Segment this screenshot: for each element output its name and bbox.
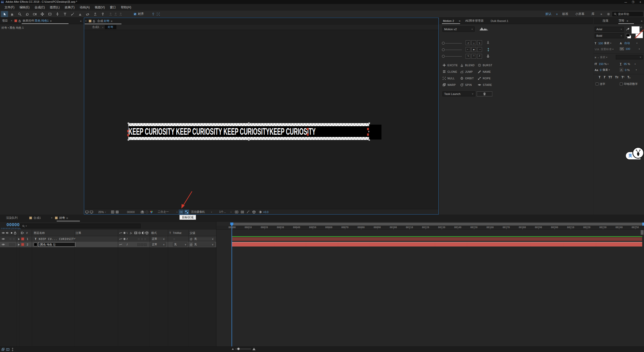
adjustment-column-icon[interactable]: [141, 230, 145, 236]
column-comment[interactable]: 注释: [76, 230, 81, 236]
motion-tab-0[interactable]: Motion 2: [439, 19, 458, 22]
lock-open-icon[interactable]: [18, 19, 21, 22]
column-number[interactable]: #: [26, 230, 28, 236]
column-trkmat[interactable]: TrkMat: [173, 230, 181, 236]
menu-item-0[interactable]: 文件(F): [2, 4, 17, 11]
panel-menu-icon[interactable]: ≡: [49, 19, 53, 22]
motion-blur-column-icon[interactable]: [138, 230, 141, 236]
quality-switch-icon[interactable]: /: [127, 242, 127, 247]
selection-handle[interactable]: [127, 122, 129, 124]
char-panel-more-icon[interactable]: »: [641, 19, 644, 22]
parent-pickwhip-icon[interactable]: @: [190, 242, 192, 247]
comp-panel-menu-icon[interactable]: ≡: [110, 20, 114, 23]
zoom-in-icon[interactable]: [252, 348, 255, 350]
column-divider[interactable]: [188, 230, 189, 346]
faux-style-button-3[interactable]: Tᴛ: [614, 76, 620, 79]
stepper-icon[interactable]: ▾: [639, 48, 640, 50]
vertical-scale-control[interactable]: IT 150 % ▾: [595, 62, 608, 65]
anchor-grid-cell-0[interactable]: ┌: [466, 40, 470, 45]
column-mode[interactable]: 模式: [151, 230, 157, 236]
anchor-grid-cell-4[interactable]: ▪: [471, 47, 476, 52]
parent-dropdown[interactable]: 无 ∨: [193, 237, 215, 241]
rotobrush-tool-icon[interactable]: [92, 11, 99, 17]
baseline-shift-value[interactable]: 0: [600, 68, 601, 72]
stepper-icon[interactable]: ▾: [607, 63, 608, 65]
help-search-box[interactable]: [612, 12, 643, 16]
tsume-value[interactable]: 0: [625, 68, 626, 72]
view-count-dropdown[interactable]: 1个... ∨: [219, 209, 232, 215]
hindi-digits-checkbox[interactable]: 印地语数字: [620, 82, 638, 86]
vertical-scale-value[interactable]: 150: [599, 62, 603, 65]
anchor-grid-cell-1[interactable]: ╷: [471, 40, 476, 45]
selection-tool-icon[interactable]: [1, 11, 8, 17]
column-parent[interactable]: 父级: [190, 230, 195, 236]
collapse-switch-icon[interactable]: [123, 236, 126, 242]
fx-column-icon[interactable]: fx: [130, 230, 132, 236]
comp-viewer[interactable]: KEEP CURIOSITY KEEP CURIOSITY KEEP CURIO…: [84, 30, 438, 209]
puppet-pin-tool-icon[interactable]: [99, 11, 106, 17]
rope-button[interactable]: ROPE: [478, 77, 491, 80]
take-snapshot-icon[interactable]: [141, 210, 144, 214]
task-launch-dropdown[interactable]: Task Launch ∨: [442, 91, 475, 96]
stepper-icon[interactable]: ▾: [636, 42, 637, 44]
rotation-tool-icon[interactable]: [24, 11, 31, 17]
timeline-menu-icon[interactable]: ≡: [65, 217, 69, 220]
work-area-bar[interactable]: [232, 223, 642, 226]
time-ruler[interactable]: 0000000010000200003000040000500006000070…: [216, 226, 644, 230]
stepper-icon[interactable]: ▾: [635, 63, 636, 65]
column-divider[interactable]: [150, 230, 150, 346]
eyedropper-icon[interactable]: [626, 27, 629, 31]
layer-label-swatch[interactable]: [21, 236, 24, 242]
menu-item-5[interactable]: 动画(A): [77, 4, 92, 11]
show-snapshot-icon[interactable]: [145, 210, 149, 214]
tab-close-icon[interactable]: ×: [50, 217, 53, 219]
menu-item-7[interactable]: 窗口: [107, 4, 118, 11]
anchor-grid-cell-5[interactable]: ╶: [477, 47, 482, 52]
expand-inout-icon[interactable]: [11, 348, 14, 351]
menu-item-6[interactable]: 视图(V): [92, 4, 107, 11]
audio-column-icon[interactable]: [6, 230, 9, 236]
shy-switch-icon[interactable]: [119, 236, 122, 242]
playhead-line[interactable]: [232, 223, 232, 346]
workspace-tab-2[interactable]: 小屏幕: [572, 12, 588, 16]
spin-button[interactable]: SPIN: [460, 83, 472, 87]
grid-guides-icon[interactable]: [111, 210, 114, 214]
quality-column-icon[interactable]: \: [127, 230, 127, 236]
blend-mode-dropdown[interactable]: 正常 ∨: [151, 237, 166, 241]
anchor-grid-cell-3[interactable]: ╴: [466, 47, 470, 52]
layer-name-edit-input[interactable]: [黑色 纯色 1]: [38, 242, 75, 247]
text-layer-selection[interactable]: KEEP CURIOSITY KEEP CURIOSITY KEEP CURIO…: [128, 123, 369, 140]
menu-item-3[interactable]: 图层(L): [47, 4, 62, 11]
zoom-out-icon[interactable]: [232, 348, 234, 350]
mini-fill-stroke-icon[interactable]: [626, 34, 631, 39]
menu-item-8[interactable]: 帮助(H): [118, 4, 134, 11]
timeline-zoom-slider[interactable]: [232, 348, 255, 350]
stroke-width-control[interactable]: ≡ - 像素 ▾: [595, 55, 607, 59]
layer2-duration-bar[interactable]: [232, 242, 642, 247]
anchor-point-icon[interactable]: ⊕: [128, 129, 131, 133]
breadcrumb-comp1[interactable]: 合成1: [92, 25, 99, 29]
warp-button[interactable]: WARP: [442, 83, 456, 87]
baseline-shift-control[interactable]: Aa 0 像素 ▾: [595, 68, 610, 72]
hand-tool-icon[interactable]: [9, 11, 16, 17]
scrollbar-thumb[interactable]: [641, 230, 643, 235]
stare-button[interactable]: STARE: [478, 83, 492, 87]
always-preview-icon[interactable]: [85, 210, 89, 214]
threed-column-icon[interactable]: [145, 230, 149, 236]
tab-composition[interactable]: 合成: [95, 19, 104, 23]
eye-icon[interactable]: [2, 236, 5, 242]
motion-tab-1[interactable]: AE脚本管理器: [462, 19, 487, 23]
layer-name[interactable]: KEEP CU... CURIOSITY: [39, 236, 76, 242]
slider-knob[interactable]: [442, 48, 445, 51]
burst-button[interactable]: BURST: [478, 63, 492, 67]
motion-slider-3[interactable]: [442, 55, 462, 58]
menu-item-1[interactable]: 编辑(E): [17, 4, 32, 11]
name-button[interactable]: NAME: [478, 70, 491, 74]
delete-button[interactable]: [477, 91, 492, 96]
font-size-control[interactable]: T 100 像素 ▾: [595, 41, 611, 45]
layer-row-2-selected[interactable]: ▶ 2 [黑色 纯色 1] / 正常 ∨ 无 ∨ @ 无 ∨: [0, 242, 216, 247]
magnification-dropdown[interactable]: 25% ∨: [98, 209, 106, 215]
slider-knob[interactable]: [442, 42, 445, 45]
tab-character[interactable]: 字符: [612, 19, 625, 23]
tab-comp-active[interactable]: 好奇: [59, 216, 65, 220]
